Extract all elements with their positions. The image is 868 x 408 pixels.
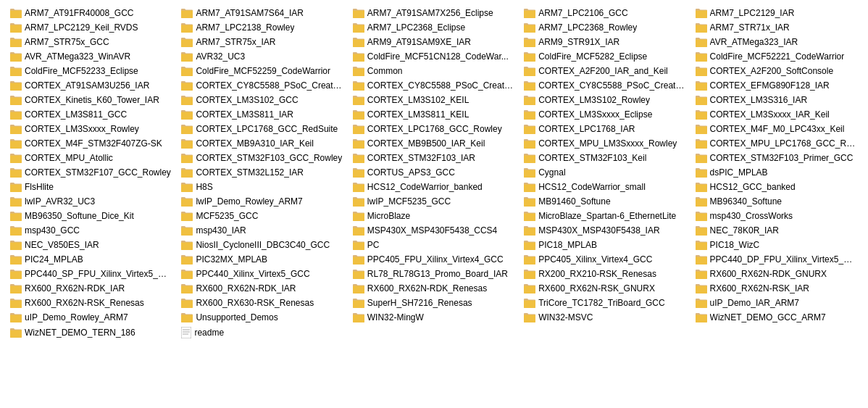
list-item[interactable]: RX600_RX62N-RDK_IAR: [6, 281, 177, 296]
list-item[interactable]: PPC405_FPU_Xilinx_Virtex4_GCC: [349, 252, 519, 267]
list-item[interactable]: ColdFire_MCF5282_Eclipse: [519, 49, 690, 64]
list-item[interactable]: RX600_RX62N-RSK_IAR: [691, 281, 862, 296]
list-item[interactable]: PIC24_MPLAB: [6, 252, 177, 267]
list-item[interactable]: Cygnal: [519, 165, 690, 180]
list-item[interactable]: PIC18_MPLAB: [519, 238, 690, 252]
list-item[interactable]: CORTEX_LM3Sxxxx_Rowley: [6, 122, 177, 136]
list-item[interactable]: CORTEX_MPU_Atollic: [6, 151, 177, 165]
list-item[interactable]: ARM7_STR75x_GCC: [6, 35, 177, 49]
list-item[interactable]: CORTEX_M4F_M0_LPC43xx_Keil: [691, 122, 862, 136]
list-item[interactable]: CORTEX_MPU_LPC1768_GCC_Red...: [691, 136, 862, 151]
list-item[interactable]: NEC_V850ES_IAR: [6, 238, 177, 252]
list-item[interactable]: PPC440_Xilinx_Virtex5_GCC: [177, 267, 348, 281]
list-item[interactable]: PC: [349, 238, 519, 252]
list-item[interactable]: lwIP_Demo_Rowley_ARM7: [177, 194, 348, 209]
list-item[interactable]: CORTEX_LM3Sxxxx_IAR_Keil: [691, 107, 862, 122]
list-item[interactable]: ARM7_LPC2129_IAR: [691, 6, 862, 20]
list-item[interactable]: ARM7_LPC2106_GCC: [519, 6, 690, 20]
list-item[interactable]: ARM7_AT91SAM7S64_IAR: [177, 6, 348, 20]
list-item[interactable]: WIN32-MingW: [349, 310, 519, 325]
list-item[interactable]: SuperH_SH7216_Renesas: [349, 296, 519, 310]
list-item[interactable]: CORTEX_LM3S811_KEIL: [349, 107, 519, 122]
list-item[interactable]: MSP430X_MSP430F5438_CCS4: [349, 223, 519, 238]
list-item[interactable]: CORTEX_STM32F103_Keil: [519, 151, 690, 165]
list-item[interactable]: AVR_ATMega323_WinAVR: [6, 49, 177, 64]
list-item[interactable]: WIN32-MSVC: [519, 310, 690, 325]
list-item[interactable]: uIP_Demo_Rowley_ARM7: [6, 310, 177, 325]
list-item[interactable]: CORTEX_CY8C5588_PSoC_Creato...: [349, 78, 519, 93]
list-item[interactable]: CORTEX_Kinetis_K60_Tower_IAR: [6, 93, 177, 107]
list-item[interactable]: CORTEX_EFMG890F128_IAR: [691, 78, 862, 93]
list-item[interactable]: ARM7_LPC2368_Rowley: [519, 20, 690, 35]
list-item[interactable]: lwIP_MCF5235_GCC: [349, 194, 519, 209]
list-item[interactable]: CORTEX_LM3S102_KEIL: [349, 93, 519, 107]
list-item[interactable]: RL78_RL78G13_Promo_Board_IAR: [349, 267, 519, 281]
list-item[interactable]: uIP_Demo_IAR_ARM7: [691, 296, 862, 310]
list-item[interactable]: readme: [177, 325, 348, 341]
list-item[interactable]: PPC440_SP_FPU_Xilinx_Virtex5_GCC: [6, 267, 177, 281]
list-item[interactable]: msp430_IAR: [177, 223, 348, 238]
list-item[interactable]: MB96340_Softune: [691, 194, 862, 209]
list-item[interactable]: MCF5235_GCC: [177, 209, 348, 223]
list-item[interactable]: CORTEX_STM32F103_IAR: [349, 151, 519, 165]
list-item[interactable]: TriCore_TC1782_TriBoard_GCC: [519, 296, 690, 310]
list-item[interactable]: CORTEX_LM3S811_IAR: [177, 107, 348, 122]
list-item[interactable]: HCS12_GCC_banked: [691, 180, 862, 194]
list-item[interactable]: CORTEX_A2F200_SoftConsole: [691, 64, 862, 78]
list-item[interactable]: MB96350_Softune_Dice_Kit: [6, 209, 177, 223]
list-item[interactable]: WizNET_DEMO_TERN_186: [6, 325, 177, 341]
list-item[interactable]: ARM7_STR75x_IAR: [177, 35, 348, 49]
list-item[interactable]: ColdFire_MCF52233_Eclipse: [6, 64, 177, 78]
list-item[interactable]: Unsupported_Demos: [177, 310, 348, 325]
list-item[interactable]: CORTEX_LPC1768_GCC_Rowley: [349, 122, 519, 136]
list-item[interactable]: CORTEX_LM3S102_GCC: [177, 93, 348, 107]
list-item[interactable]: MicroBlaze: [349, 209, 519, 223]
list-item[interactable]: ColdFire_MCF52259_CodeWarrior: [177, 64, 348, 78]
list-item[interactable]: HCS12_CodeWarrior_small: [519, 180, 690, 194]
list-item[interactable]: CORTEX_A2F200_IAR_and_Keil: [519, 64, 690, 78]
list-item[interactable]: CORTEX_LM3Sxxxx_Eclipse: [519, 107, 690, 122]
list-item[interactable]: CORTEX_MB9B500_IAR_Keil: [349, 136, 519, 151]
list-item[interactable]: CORTEX_CY8C5588_PSoC_Creato...: [177, 78, 348, 93]
list-item[interactable]: PPC440_DP_FPU_Xilinx_Virtex5_GCC: [691, 252, 862, 267]
list-item[interactable]: FlsHlite: [6, 180, 177, 194]
list-item[interactable]: WizNET_DEMO_GCC_ARM7: [691, 310, 862, 325]
list-item[interactable]: CORTEX_LM3S102_Rowley: [519, 93, 690, 107]
list-item[interactable]: ARM7_LPC2138_Rowley: [177, 20, 348, 35]
list-item[interactable]: ARM9_AT91SAM9XE_IAR: [349, 35, 519, 49]
list-item[interactable]: RX600_RX62N-RDK_GNURX: [691, 267, 862, 281]
list-item[interactable]: ColdFire_MCF52221_CodeWarrior: [691, 49, 862, 64]
list-item[interactable]: dsPIC_MPLAB: [691, 165, 862, 180]
list-item[interactable]: Common: [349, 64, 519, 78]
list-item[interactable]: CORTEX_STM32F107_GCC_Rowley: [6, 165, 177, 180]
list-item[interactable]: HCS12_CodeWarrior_banked: [349, 180, 519, 194]
list-item[interactable]: CORTEX_MB9A310_IAR_Keil: [177, 136, 348, 151]
list-item[interactable]: MSP430X_MSP430F5438_IAR: [519, 223, 690, 238]
list-item[interactable]: AVR_ATMega323_IAR: [691, 35, 862, 49]
list-item[interactable]: CORTUS_APS3_GCC: [349, 165, 519, 180]
list-item[interactable]: msp430_GCC: [6, 223, 177, 238]
list-item[interactable]: RX600_RX62N-RSK_Renesas: [6, 296, 177, 310]
list-item[interactable]: CORTEX_MPU_LM3Sxxxx_Rowley: [519, 136, 690, 151]
list-item[interactable]: CORTEX_STM32L152_IAR: [177, 165, 348, 180]
list-item[interactable]: RX600_RX630-RSK_Renesas: [177, 296, 348, 310]
list-item[interactable]: H8S: [177, 180, 348, 194]
list-item[interactable]: ARM7_STR71x_IAR: [691, 20, 862, 35]
list-item[interactable]: NEC_78K0R_IAR: [691, 223, 862, 238]
list-item[interactable]: PIC32MX_MPLAB: [177, 252, 348, 267]
list-item[interactable]: ARM7_AT91FR40008_GCC: [6, 6, 177, 20]
list-item[interactable]: ARM7_AT91SAM7X256_Eclipse: [349, 6, 519, 20]
list-item[interactable]: msp430_CrossWorks: [691, 209, 862, 223]
list-item[interactable]: ARM7_LPC2129_Keil_RVDS: [6, 20, 177, 35]
list-item[interactable]: MB91460_Softune: [519, 194, 690, 209]
list-item[interactable]: RX600_RX62N-RDK_Renesas: [349, 281, 519, 296]
list-item[interactable]: CORTEX_STM32F103_Primer_GCC: [691, 151, 862, 165]
list-item[interactable]: RX200_RX210-RSK_Renesas: [519, 267, 690, 281]
list-item[interactable]: PPC405_Xilinx_Virtex4_GCC: [519, 252, 690, 267]
list-item[interactable]: CORTEX_LM3S811_GCC: [6, 107, 177, 122]
list-item[interactable]: RX600_RX62N-RSK_GNURX: [519, 281, 690, 296]
list-item[interactable]: CORTEX_LPC1768_GCC_RedSuite: [177, 122, 348, 136]
list-item[interactable]: PIC18_WizC: [691, 238, 862, 252]
list-item[interactable]: AVR32_UC3: [177, 49, 348, 64]
list-item[interactable]: CORTEX_AT91SAM3U256_IAR: [6, 78, 177, 93]
